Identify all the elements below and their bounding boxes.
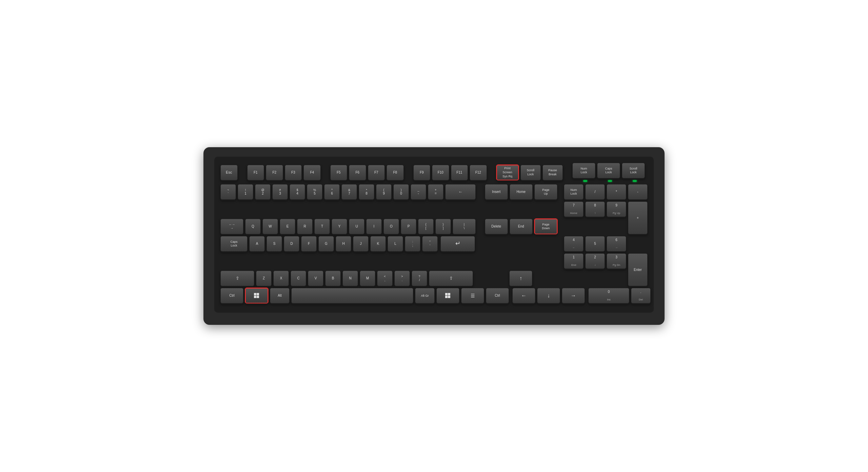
key-numpad-2[interactable]: 2↓ bbox=[585, 253, 605, 269]
key-g[interactable]: G bbox=[318, 236, 334, 252]
key-menu[interactable]: ☰ bbox=[461, 288, 484, 303]
key-backspace[interactable]: ← bbox=[445, 184, 476, 200]
key-h[interactable]: H bbox=[336, 236, 351, 252]
key-lalt[interactable]: Alt bbox=[270, 288, 290, 303]
key-n[interactable]: N bbox=[342, 271, 358, 286]
key-numpad-3[interactable]: 3Pg Dn bbox=[607, 253, 626, 269]
key-w[interactable]: W bbox=[262, 219, 278, 234]
key-f7[interactable]: F7 bbox=[368, 165, 385, 180]
key-numpad-5[interactable]: 5 bbox=[585, 236, 605, 252]
key-z[interactable]: Z bbox=[256, 271, 272, 286]
key-numpad-4[interactable]: 4← bbox=[564, 236, 584, 252]
key-home[interactable]: Home bbox=[510, 184, 533, 200]
key-e[interactable]: E bbox=[280, 219, 295, 234]
key-a[interactable]: A bbox=[249, 236, 265, 252]
key-f12[interactable]: F12 bbox=[470, 165, 487, 180]
key-numpad-enter[interactable]: Enter bbox=[628, 253, 648, 286]
key-8[interactable]: *8 bbox=[359, 184, 374, 200]
key-f2[interactable]: F2 bbox=[266, 165, 283, 180]
key-lbracket[interactable]: {[ bbox=[418, 219, 434, 234]
key-numpad-minus[interactable]: - bbox=[628, 184, 648, 200]
key-pageup[interactable]: PageUp bbox=[534, 184, 557, 200]
key-minus[interactable]: _- bbox=[411, 184, 426, 200]
key-f3[interactable]: F3 bbox=[285, 165, 302, 180]
key-slash[interactable]: ?/ bbox=[412, 271, 427, 286]
key-f5[interactable]: F5 bbox=[330, 165, 348, 180]
key-x[interactable]: X bbox=[273, 271, 289, 286]
key-rctrl[interactable]: Ctrl bbox=[486, 288, 509, 303]
key-2[interactable]: @2 bbox=[255, 184, 271, 200]
key-k[interactable]: K bbox=[370, 236, 386, 252]
key-1[interactable]: !1 bbox=[238, 184, 253, 200]
key-esc[interactable]: Esc bbox=[220, 165, 238, 180]
key-rshift[interactable]: ⇧ bbox=[429, 271, 473, 286]
key-f10[interactable]: F10 bbox=[432, 165, 449, 180]
key-pagedown[interactable]: PageDown bbox=[534, 219, 557, 234]
key-numpad-9[interactable]: 9Pg Up bbox=[607, 201, 626, 217]
key-r[interactable]: R bbox=[297, 219, 313, 234]
key-q[interactable]: Q bbox=[245, 219, 261, 234]
key-t[interactable]: T bbox=[314, 219, 330, 234]
key-f6[interactable]: F6 bbox=[349, 165, 366, 180]
key-tab[interactable]: ←→→ bbox=[220, 219, 243, 234]
key-numpad-slash[interactable]: / bbox=[585, 184, 605, 200]
key-scroll-lock[interactable]: ScrollLock bbox=[520, 165, 541, 180]
key-m[interactable]: M bbox=[360, 271, 375, 286]
key-comma[interactable]: <, bbox=[377, 271, 393, 286]
key-5[interactable]: %5 bbox=[307, 184, 322, 200]
key-y[interactable]: Y bbox=[332, 219, 347, 234]
key-lctrl[interactable]: Ctrl bbox=[220, 288, 243, 303]
key-b[interactable]: B bbox=[325, 271, 341, 286]
key-insert[interactable]: Insert bbox=[485, 184, 508, 200]
key-numpad-7[interactable]: 7Home bbox=[564, 201, 584, 217]
key-numpad-1[interactable]: 1End bbox=[564, 253, 584, 269]
key-num-lock[interactable]: NumLock bbox=[572, 163, 595, 178]
key-numpad-0[interactable]: 0Ins bbox=[588, 288, 629, 303]
key-lshift[interactable]: ⇧ bbox=[220, 271, 254, 286]
key-o[interactable]: O bbox=[383, 219, 399, 234]
key-numpad-dot[interactable]: .Del bbox=[631, 288, 651, 303]
key-f11[interactable]: F11 bbox=[451, 165, 468, 180]
key-f[interactable]: F bbox=[301, 236, 317, 252]
key-down[interactable]: ↓ bbox=[537, 288, 560, 303]
key-scroll-lock-indicator[interactable]: ScrollLock bbox=[622, 163, 645, 178]
key-enter[interactable]: ↵ bbox=[440, 236, 475, 252]
key-c[interactable]: C bbox=[291, 271, 306, 286]
key-pause[interactable]: PauseBreak bbox=[542, 165, 563, 180]
key-f8[interactable]: F8 bbox=[387, 165, 404, 180]
key-l[interactable]: L bbox=[388, 236, 403, 252]
key-delete[interactable]: Delete bbox=[485, 219, 508, 234]
key-0[interactable]: )0 bbox=[393, 184, 409, 200]
key-numpad-6[interactable]: 6→ bbox=[607, 236, 626, 252]
key-right[interactable]: → bbox=[562, 288, 585, 303]
key-numpad-plus[interactable]: + bbox=[628, 201, 648, 234]
key-equals[interactable]: += bbox=[428, 184, 443, 200]
key-left[interactable]: ← bbox=[512, 288, 535, 303]
key-numpad-8[interactable]: 8↑ bbox=[585, 201, 605, 217]
key-rwin[interactable] bbox=[436, 288, 459, 303]
key-6[interactable]: ^6 bbox=[324, 184, 340, 200]
key-u[interactable]: U bbox=[349, 219, 364, 234]
key-rbracket[interactable]: }] bbox=[435, 219, 451, 234]
key-3[interactable]: #3 bbox=[272, 184, 288, 200]
key-d[interactable]: D bbox=[284, 236, 299, 252]
key-9[interactable]: (9 bbox=[376, 184, 392, 200]
key-altgr[interactable]: Alt Gr bbox=[415, 288, 435, 303]
key-quote[interactable]: "' bbox=[422, 236, 438, 252]
key-semicolon[interactable]: :; bbox=[405, 236, 420, 252]
key-end[interactable]: End bbox=[510, 219, 533, 234]
key-period[interactable]: >. bbox=[394, 271, 410, 286]
key-backtick[interactable]: ~` bbox=[220, 184, 236, 200]
key-backslash[interactable]: |\ bbox=[453, 219, 476, 234]
key-f4[interactable]: F4 bbox=[303, 165, 321, 180]
key-v[interactable]: V bbox=[308, 271, 323, 286]
key-caps-lock[interactable]: CapsLock bbox=[220, 236, 248, 252]
key-i[interactable]: I bbox=[366, 219, 382, 234]
key-4[interactable]: $4 bbox=[290, 184, 305, 200]
key-numpad-star[interactable]: * bbox=[607, 184, 626, 200]
key-f1[interactable]: F1 bbox=[247, 165, 264, 180]
key-numlock[interactable]: NumLock bbox=[564, 184, 584, 200]
key-f9[interactable]: F9 bbox=[413, 165, 431, 180]
key-space[interactable] bbox=[291, 288, 413, 303]
key-p[interactable]: P bbox=[401, 219, 416, 234]
